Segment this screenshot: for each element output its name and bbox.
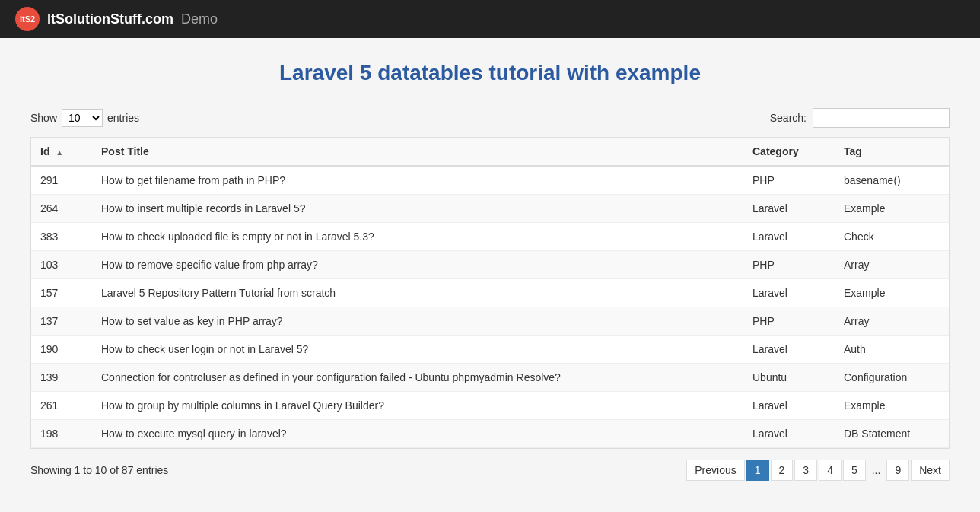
table-header: Id ▲ Post Title Category Tag bbox=[31, 138, 949, 166]
datatable-table: Id ▲ Post Title Category Tag 291 How to … bbox=[31, 138, 949, 448]
cell-post-title: How to get filename from path in PHP? bbox=[92, 166, 743, 195]
cell-post-title: Connection for controluser as defined in… bbox=[92, 364, 743, 392]
cell-category: Laravel bbox=[743, 336, 835, 364]
cell-tag: basename() bbox=[835, 166, 949, 195]
table-row: 264 How to insert multiple records in La… bbox=[31, 195, 949, 223]
search-control: Search: bbox=[770, 108, 950, 128]
logo-text: ItS2 bbox=[20, 14, 35, 24]
table-row: 103 How to remove specific value from ph… bbox=[31, 251, 949, 279]
cell-category: Laravel bbox=[743, 392, 835, 420]
cell-post-title: Laravel 5 Repository Pattern Tutorial fr… bbox=[92, 279, 743, 307]
pagination-page-3[interactable]: 3 bbox=[794, 460, 817, 481]
cell-post-title: How to check user login or not in Larave… bbox=[92, 336, 743, 364]
pagination-page-2[interactable]: 2 bbox=[771, 460, 794, 481]
show-entries-control: Show 10 25 50 100 entries bbox=[30, 109, 139, 127]
cell-tag: Example bbox=[835, 279, 949, 307]
cell-id: 383 bbox=[31, 223, 92, 251]
page-title: Laravel 5 datatables tutorial with examp… bbox=[30, 61, 950, 85]
sort-icon-id: ▲ bbox=[56, 148, 63, 157]
pagination-ellipsis: ... bbox=[867, 460, 886, 480]
table-row: 261 How to group by multiple columns in … bbox=[31, 392, 949, 420]
cell-id: 103 bbox=[31, 251, 92, 279]
datatable-table-wrapper: Id ▲ Post Title Category Tag 291 How to … bbox=[30, 137, 950, 449]
table-row: 157 Laravel 5 Repository Pattern Tutoria… bbox=[31, 279, 949, 307]
table-row: 198 How to execute mysql query in larave… bbox=[31, 420, 949, 448]
cell-post-title: How to insert multiple records in Larave… bbox=[92, 195, 743, 223]
cell-tag: Array bbox=[835, 251, 949, 279]
table-row: 291 How to get filename from path in PHP… bbox=[31, 166, 949, 195]
cell-tag: Configuration bbox=[835, 364, 949, 392]
navbar-logo: ItS2 bbox=[15, 7, 40, 31]
cell-post-title: How to execute mysql query in laravel? bbox=[92, 420, 743, 448]
cell-id: 137 bbox=[31, 307, 92, 336]
cell-tag: Auth bbox=[835, 336, 949, 364]
pagination-next[interactable]: Next bbox=[911, 460, 950, 481]
cell-id: 261 bbox=[31, 392, 92, 420]
table-row: 137 How to set value as key in PHP array… bbox=[31, 307, 949, 336]
cell-tag: Example bbox=[835, 195, 949, 223]
cell-post-title: How to group by multiple columns in Lara… bbox=[92, 392, 743, 420]
navbar-brand: ItSolutionStuff.com bbox=[47, 11, 173, 27]
datatable-top-controls: Show 10 25 50 100 entries Search: bbox=[30, 108, 950, 128]
cell-id: 198 bbox=[31, 420, 92, 448]
search-label: Search: bbox=[770, 112, 807, 124]
cell-category: Laravel bbox=[743, 279, 835, 307]
col-header-category[interactable]: Category bbox=[743, 138, 835, 166]
cell-post-title: How to check uploaded file is empty or n… bbox=[92, 223, 743, 251]
navbar-demo-label: Demo bbox=[181, 11, 218, 27]
cell-post-title: How to remove specific value from php ar… bbox=[92, 251, 743, 279]
datatable-info: Showing 1 to 10 of 87 entries bbox=[30, 464, 168, 476]
col-header-post-title[interactable]: Post Title bbox=[92, 138, 743, 166]
col-header-tag[interactable]: Tag bbox=[835, 138, 949, 166]
cell-tag: Check bbox=[835, 223, 949, 251]
cell-tag: Array bbox=[835, 307, 949, 336]
navbar: ItS2 ItSolutionStuff.com Demo bbox=[0, 0, 980, 38]
pagination-page-5[interactable]: 5 bbox=[843, 460, 866, 481]
table-row: 190 How to check user login or not in La… bbox=[31, 336, 949, 364]
table-row: 383 How to check uploaded file is empty … bbox=[31, 223, 949, 251]
datatable-bottom-controls: Showing 1 to 10 of 87 entries Previous 1… bbox=[30, 460, 950, 481]
cell-tag: Example bbox=[835, 392, 949, 420]
entries-select[interactable]: 10 25 50 100 bbox=[62, 109, 103, 127]
cell-category: Laravel bbox=[743, 223, 835, 251]
pagination-page-9[interactable]: 9 bbox=[886, 460, 909, 481]
cell-category: Laravel bbox=[743, 195, 835, 223]
cell-category: PHP bbox=[743, 251, 835, 279]
cell-id: 190 bbox=[31, 336, 92, 364]
cell-id: 157 bbox=[31, 279, 92, 307]
cell-tag: DB Statement bbox=[835, 420, 949, 448]
table-row: 139 Connection for controluser as define… bbox=[31, 364, 949, 392]
cell-category: PHP bbox=[743, 166, 835, 195]
cell-post-title: How to set value as key in PHP array? bbox=[92, 307, 743, 336]
cell-id: 139 bbox=[31, 364, 92, 392]
datatable-pagination: Previous 1 2 3 4 5 ... 9 Next bbox=[686, 460, 950, 481]
cell-category: Ubuntu bbox=[743, 364, 835, 392]
cell-id: 291 bbox=[31, 166, 92, 195]
cell-category: Laravel bbox=[743, 420, 835, 448]
pagination-page-4[interactable]: 4 bbox=[819, 460, 842, 481]
entries-label: entries bbox=[107, 112, 139, 124]
cell-category: PHP bbox=[743, 307, 835, 336]
show-label: Show bbox=[30, 112, 57, 124]
col-header-id[interactable]: Id ▲ bbox=[31, 138, 92, 166]
cell-id: 264 bbox=[31, 195, 92, 223]
search-input[interactable] bbox=[813, 108, 950, 128]
table-body: 291 How to get filename from path in PHP… bbox=[31, 166, 949, 448]
main-container: Laravel 5 datatables tutorial with examp… bbox=[0, 38, 980, 512]
pagination-previous[interactable]: Previous bbox=[686, 460, 744, 481]
pagination-page-1[interactable]: 1 bbox=[746, 460, 769, 481]
